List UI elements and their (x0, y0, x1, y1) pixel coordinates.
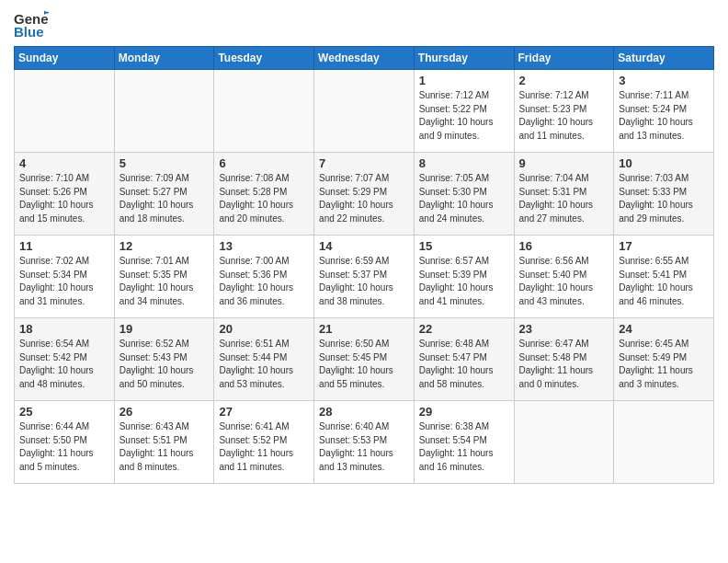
day-info: Sunrise: 6:41 AM Sunset: 5:52 PM Dayligh… (219, 420, 309, 474)
day-cell (514, 401, 614, 484)
day-info: Sunrise: 6:48 AM Sunset: 5:47 PM Dayligh… (419, 338, 509, 391)
day-cell: 15Sunrise: 6:57 AM Sunset: 5:39 PM Dayli… (414, 236, 514, 318)
day-info: Sunrise: 6:50 AM Sunset: 5:45 PM Dayligh… (319, 338, 409, 391)
day-info: Sunrise: 6:52 AM Sunset: 5:43 PM Dayligh… (119, 338, 210, 391)
day-info: Sunrise: 7:12 AM Sunset: 5:23 PM Dayligh… (519, 89, 609, 143)
day-number: 7 (319, 156, 409, 170)
day-cell: 6Sunrise: 7:08 AM Sunset: 5:28 PM Daylig… (214, 153, 314, 236)
day-cell: 19Sunrise: 6:52 AM Sunset: 5:43 PM Dayli… (114, 318, 214, 401)
day-info: Sunrise: 6:44 AM Sunset: 5:50 PM Dayligh… (19, 420, 109, 474)
day-cell: 10Sunrise: 7:03 AM Sunset: 5:33 PM Dayli… (614, 153, 714, 236)
day-cell (614, 401, 714, 484)
day-number: 17 (619, 239, 709, 253)
page-header: General Blue (14, 9, 714, 39)
day-cell: 29Sunrise: 6:38 AM Sunset: 5:54 PM Dayli… (414, 401, 514, 484)
day-cell (15, 70, 115, 153)
column-header-sunday: Sunday (15, 47, 115, 70)
day-cell: 1Sunrise: 7:12 AM Sunset: 5:22 PM Daylig… (414, 70, 514, 153)
calendar-table: SundayMondayTuesdayWednesdayThursdayFrid… (14, 46, 714, 484)
day-number: 10 (619, 156, 709, 170)
day-cell (214, 70, 314, 153)
column-header-thursday: Thursday (414, 47, 514, 70)
day-cell: 27Sunrise: 6:41 AM Sunset: 5:52 PM Dayli… (214, 401, 314, 484)
day-number: 28 (319, 405, 409, 419)
day-number: 4 (19, 156, 109, 170)
day-cell: 22Sunrise: 6:48 AM Sunset: 5:47 PM Dayli… (414, 318, 514, 401)
day-cell: 2Sunrise: 7:12 AM Sunset: 5:23 PM Daylig… (514, 70, 614, 153)
day-cell: 14Sunrise: 6:59 AM Sunset: 5:37 PM Dayli… (314, 236, 415, 318)
day-number: 19 (119, 322, 210, 336)
day-info: Sunrise: 6:57 AM Sunset: 5:39 PM Dayligh… (419, 255, 509, 308)
column-header-tuesday: Tuesday (214, 47, 314, 70)
day-cell: 12Sunrise: 7:01 AM Sunset: 5:35 PM Dayli… (114, 236, 214, 318)
day-number: 29 (419, 405, 509, 419)
day-cell: 16Sunrise: 6:56 AM Sunset: 5:40 PM Dayli… (514, 236, 614, 318)
day-info: Sunrise: 7:11 AM Sunset: 5:24 PM Dayligh… (619, 89, 709, 143)
day-cell: 25Sunrise: 6:44 AM Sunset: 5:50 PM Dayli… (15, 401, 115, 484)
week-row-2: 4Sunrise: 7:10 AM Sunset: 5:26 PM Daylig… (15, 153, 714, 236)
day-number: 16 (519, 239, 609, 253)
day-number: 14 (319, 239, 409, 253)
day-number: 2 (519, 74, 609, 87)
week-row-3: 11Sunrise: 7:02 AM Sunset: 5:34 PM Dayli… (15, 236, 714, 318)
column-header-friday: Friday (514, 47, 614, 70)
day-number: 22 (419, 322, 509, 336)
day-info: Sunrise: 6:45 AM Sunset: 5:49 PM Dayligh… (619, 338, 709, 391)
day-info: Sunrise: 7:04 AM Sunset: 5:31 PM Dayligh… (519, 172, 609, 225)
day-info: Sunrise: 7:01 AM Sunset: 5:35 PM Dayligh… (119, 255, 210, 308)
day-number: 8 (419, 156, 509, 170)
logo-icon: General Blue (14, 9, 49, 39)
day-info: Sunrise: 7:12 AM Sunset: 5:22 PM Dayligh… (419, 89, 509, 143)
day-cell: 23Sunrise: 6:47 AM Sunset: 5:48 PM Dayli… (514, 318, 614, 401)
day-info: Sunrise: 7:10 AM Sunset: 5:26 PM Dayligh… (19, 172, 109, 225)
day-info: Sunrise: 7:00 AM Sunset: 5:36 PM Dayligh… (219, 255, 309, 308)
day-number: 12 (119, 239, 210, 253)
week-row-1: 1Sunrise: 7:12 AM Sunset: 5:22 PM Daylig… (15, 70, 714, 153)
day-info: Sunrise: 7:08 AM Sunset: 5:28 PM Dayligh… (219, 172, 309, 225)
day-info: Sunrise: 7:09 AM Sunset: 5:27 PM Dayligh… (119, 172, 210, 225)
svg-marker-3 (44, 12, 49, 14)
day-info: Sunrise: 7:07 AM Sunset: 5:29 PM Dayligh… (319, 172, 409, 225)
day-number: 25 (19, 405, 109, 419)
day-number: 21 (319, 322, 409, 336)
day-cell: 7Sunrise: 7:07 AM Sunset: 5:29 PM Daylig… (314, 153, 415, 236)
day-number: 23 (519, 322, 609, 336)
day-info: Sunrise: 6:40 AM Sunset: 5:53 PM Dayligh… (319, 420, 409, 474)
day-number: 27 (219, 405, 309, 419)
svg-text:Blue: Blue (14, 24, 44, 39)
day-cell (314, 70, 415, 153)
day-number: 20 (219, 322, 309, 336)
day-cell: 17Sunrise: 6:55 AM Sunset: 5:41 PM Dayli… (614, 236, 714, 318)
day-number: 26 (119, 405, 210, 419)
day-cell: 4Sunrise: 7:10 AM Sunset: 5:26 PM Daylig… (15, 153, 115, 236)
week-row-5: 25Sunrise: 6:44 AM Sunset: 5:50 PM Dayli… (15, 401, 714, 484)
day-info: Sunrise: 6:51 AM Sunset: 5:44 PM Dayligh… (219, 338, 309, 391)
day-number: 18 (19, 322, 109, 336)
day-info: Sunrise: 6:54 AM Sunset: 5:42 PM Dayligh… (19, 338, 109, 391)
day-number: 6 (219, 156, 309, 170)
day-info: Sunrise: 7:02 AM Sunset: 5:34 PM Dayligh… (19, 255, 109, 308)
week-row-4: 18Sunrise: 6:54 AM Sunset: 5:42 PM Dayli… (15, 318, 714, 401)
day-cell: 18Sunrise: 6:54 AM Sunset: 5:42 PM Dayli… (15, 318, 115, 401)
day-info: Sunrise: 6:59 AM Sunset: 5:37 PM Dayligh… (319, 255, 409, 308)
day-info: Sunrise: 6:38 AM Sunset: 5:54 PM Dayligh… (419, 420, 509, 474)
day-number: 3 (619, 74, 709, 87)
day-cell: 11Sunrise: 7:02 AM Sunset: 5:34 PM Dayli… (15, 236, 115, 318)
day-cell: 21Sunrise: 6:50 AM Sunset: 5:45 PM Dayli… (314, 318, 415, 401)
day-cell (114, 70, 214, 153)
column-header-monday: Monday (114, 47, 214, 70)
day-number: 9 (519, 156, 609, 170)
logo: General Blue (14, 9, 49, 39)
day-number: 13 (219, 239, 309, 253)
day-info: Sunrise: 7:03 AM Sunset: 5:33 PM Dayligh… (619, 172, 709, 225)
day-info: Sunrise: 6:55 AM Sunset: 5:41 PM Dayligh… (619, 255, 709, 308)
column-header-saturday: Saturday (614, 47, 714, 70)
day-number: 5 (119, 156, 210, 170)
day-number: 11 (19, 239, 109, 253)
day-info: Sunrise: 6:47 AM Sunset: 5:48 PM Dayligh… (519, 338, 609, 391)
day-cell: 28Sunrise: 6:40 AM Sunset: 5:53 PM Dayli… (314, 401, 415, 484)
day-cell: 24Sunrise: 6:45 AM Sunset: 5:49 PM Dayli… (614, 318, 714, 401)
day-cell: 13Sunrise: 7:00 AM Sunset: 5:36 PM Dayli… (214, 236, 314, 318)
day-cell: 8Sunrise: 7:05 AM Sunset: 5:30 PM Daylig… (414, 153, 514, 236)
day-info: Sunrise: 7:05 AM Sunset: 5:30 PM Dayligh… (419, 172, 509, 225)
